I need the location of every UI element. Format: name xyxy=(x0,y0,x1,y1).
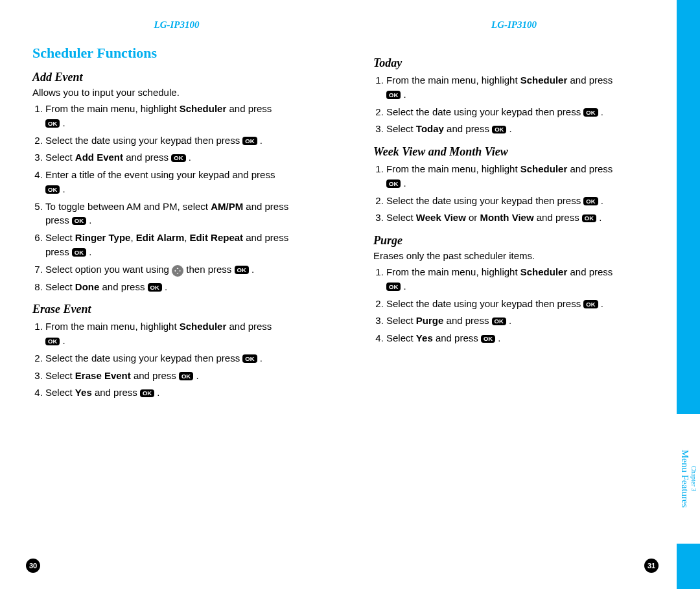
erase-event-title: Erase Event xyxy=(32,303,321,316)
ok-icon: OK xyxy=(148,283,162,292)
page-spread: LG-IP3100 Scheduler Functions Add Event … xyxy=(0,0,700,589)
ok-icon: OK xyxy=(72,217,86,225)
add-event-step-6: Select Ringer Type, Edit Alarm, Edit Rep… xyxy=(45,231,321,259)
erase-event-step-2: Select the date using your keypad then p… xyxy=(45,351,321,365)
ok-icon: OK xyxy=(583,197,598,205)
ok-icon: OK xyxy=(386,91,401,99)
page-number-left: 30 xyxy=(26,559,40,573)
add-event-step-3: Select Add Event and press OK . xyxy=(45,150,321,165)
ok-icon: OK xyxy=(235,266,249,274)
ok-icon: OK xyxy=(583,108,598,117)
chapter-label: Chapter 3 xyxy=(690,450,698,508)
add-event-step-4: Enter a title of the event using your ke… xyxy=(45,168,321,196)
today-title: Today xyxy=(373,56,655,70)
add-event-steps: From the main menu, highlight Scheduler … xyxy=(32,102,321,294)
add-event-intro: Allows you to input your schedule. xyxy=(32,87,321,98)
model-label: LG-IP3100 xyxy=(491,19,537,30)
ok-icon: OK xyxy=(386,179,401,188)
today-steps: From the main menu, highlight Scheduler … xyxy=(373,73,655,136)
ok-icon: OK xyxy=(481,335,495,343)
week-month-step-2: Select the date using your keypad then p… xyxy=(386,194,655,208)
ok-icon: OK xyxy=(72,248,86,257)
purge-step-4: Select Yes and press OK . xyxy=(386,331,655,345)
left-page: LG-IP3100 Scheduler Functions Add Event … xyxy=(0,0,350,589)
chapter-title: Menu Features xyxy=(679,450,690,508)
add-event-step-8: Select Done and press OK . xyxy=(45,280,321,294)
purge-step-3: Select Purge and press OK . xyxy=(386,314,655,328)
ok-icon: OK xyxy=(492,318,506,326)
ok-icon: OK xyxy=(45,119,60,128)
ok-icon: OK xyxy=(242,354,257,363)
header-right: LG-IP3100 xyxy=(373,19,655,30)
section-title: Scheduler Functions xyxy=(32,45,321,62)
week-month-step-1: From the main menu, highlight Scheduler … xyxy=(386,162,655,191)
add-event-step-1: From the main menu, highlight Scheduler … xyxy=(45,102,321,130)
ok-icon: OK xyxy=(242,137,257,145)
ok-icon: OK xyxy=(492,126,506,134)
ok-icon: OK xyxy=(386,283,401,291)
page-number-right: 31 xyxy=(644,559,659,573)
today-step-2: Select the date using your keypad then p… xyxy=(386,105,655,119)
ok-icon: OK xyxy=(45,338,60,346)
purge-step-2: Select the date using your keypad then p… xyxy=(386,297,655,311)
chapter-side-tab: Chapter 3 Menu Features xyxy=(677,0,700,589)
header-left: LG-IP3100 xyxy=(32,19,321,30)
model-label: LG-IP3100 xyxy=(154,19,200,30)
ok-icon: OK xyxy=(583,300,598,308)
right-page: LG-IP3100 Today From the main menu, high… xyxy=(350,0,700,589)
purge-step-1: From the main menu, highlight Scheduler … xyxy=(386,265,655,294)
add-event-step-2: Select the date using your keypad then p… xyxy=(45,133,321,148)
week-month-steps: From the main menu, highlight Scheduler … xyxy=(373,162,655,225)
erase-event-step-4: Select Yes and press OK . xyxy=(45,386,321,400)
purge-title: Purge xyxy=(373,234,655,248)
erase-event-step-1: From the main menu, highlight Scheduler … xyxy=(45,319,321,348)
ok-icon: OK xyxy=(582,214,596,223)
today-step-3: Select Today and press OK . xyxy=(386,122,655,136)
ok-icon: OK xyxy=(140,389,154,398)
add-event-step-5: To toggle between AM and PM, select AM/P… xyxy=(45,200,321,228)
purge-intro: Erases only the past scheduler items. xyxy=(373,250,655,261)
week-month-step-3: Select Week View or Month View and press… xyxy=(386,211,655,225)
add-event-title: Add Event xyxy=(32,71,321,84)
add-event-step-7: Select option you want using then press … xyxy=(45,262,321,277)
erase-event-steps: From the main menu, highlight Scheduler … xyxy=(32,319,321,400)
ok-icon: OK xyxy=(171,154,185,163)
week-month-title: Week View and Month View xyxy=(373,145,655,159)
ok-icon: OK xyxy=(45,185,60,194)
today-step-1: From the main menu, highlight Scheduler … xyxy=(386,73,655,102)
purge-steps: From the main menu, highlight Scheduler … xyxy=(373,265,655,345)
side-tab-label-box: Chapter 3 Menu Features xyxy=(677,414,700,544)
ok-icon: OK xyxy=(179,372,193,380)
erase-event-step-3: Select Erase Event and press OK . xyxy=(45,369,321,383)
nav-disc-icon xyxy=(172,265,183,277)
